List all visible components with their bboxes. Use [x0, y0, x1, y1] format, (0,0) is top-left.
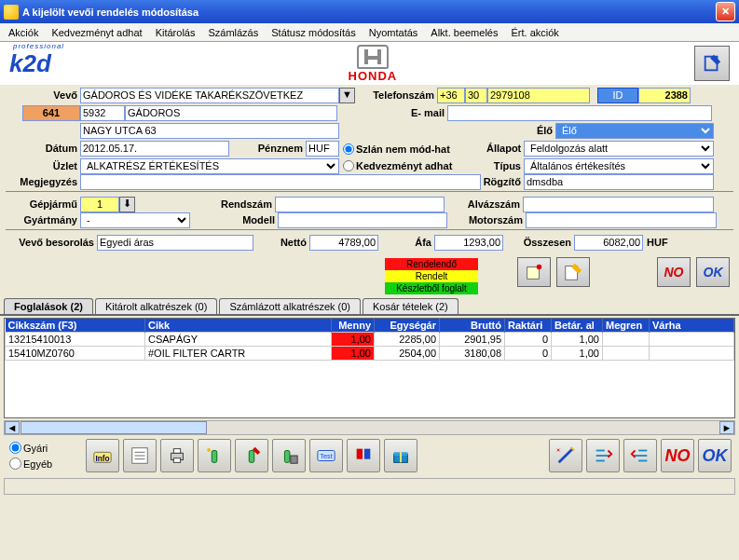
radio-gyari[interactable]: Gyári: [9, 440, 52, 456]
label-osszesen: Összesen: [503, 237, 574, 248]
menu-kedvezmeny[interactable]: Kedvezményt adhat: [45, 25, 148, 40]
email-input[interactable]: [447, 105, 712, 121]
status-legend: Rendelendő Rendelt Készletből foglalt: [385, 258, 478, 294]
gyartmany-select[interactable]: -: [80, 212, 190, 228]
vevo-lookup-button[interactable]: ▼: [339, 88, 355, 103]
col-cikk[interactable]: Cikk: [145, 319, 332, 333]
besorolas-input[interactable]: [97, 235, 253, 251]
addr-input[interactable]: [80, 123, 339, 139]
vevo-input[interactable]: [80, 88, 339, 103]
rendszam-input[interactable]: [275, 197, 445, 212]
col-brutto[interactable]: Bruttó: [440, 319, 505, 333]
attach-edit-button[interactable]: [556, 257, 590, 287]
attach-note-button[interactable]: [517, 257, 551, 287]
tab-kitarolt[interactable]: Kitárolt alkatrészek (0): [95, 298, 217, 314]
no-button[interactable]: NO: [657, 257, 691, 287]
label-elo: Élő: [522, 125, 555, 136]
col-betar[interactable]: Betár. al: [552, 319, 603, 333]
tab-szamlazott[interactable]: Számlázott alkatrészek (0): [219, 298, 361, 314]
k2d-logo: k2dprofessional: [9, 49, 51, 78]
scroll-left-icon[interactable]: ◄: [5, 421, 20, 434]
datum-input[interactable]: [80, 141, 229, 157]
osszesen-input[interactable]: [574, 235, 643, 251]
id-input[interactable]: [638, 88, 691, 103]
label-vevo: Vevő: [6, 89, 80, 101]
table-row[interactable]: 13215410013 CSAPÁGY 1,00 2285,00 2901,95…: [6, 333, 734, 347]
uzlet-select[interactable]: ALKATRÉSZ ÉRTÉKESÍTÉS: [80, 158, 339, 174]
info-button[interactable]: Info: [86, 439, 119, 472]
print-button[interactable]: [160, 439, 194, 472]
tab-kosar[interactable]: Kosár tételek (2): [363, 298, 458, 314]
parts-table[interactable]: Cikkszám (F3) Cikk Menny Egységár Bruttó…: [4, 318, 735, 418]
rogzito-input[interactable]: [524, 174, 714, 190]
allapot-select[interactable]: Feldolgozás alatt: [524, 141, 714, 157]
edit-doc-button[interactable]: [694, 46, 730, 81]
label-netto: Nettó: [253, 237, 309, 248]
svg-rect-15: [284, 451, 290, 463]
alvazszam-input[interactable]: [523, 197, 714, 212]
col-varha[interactable]: Várha: [650, 319, 734, 333]
elo-select[interactable]: Élő: [555, 123, 714, 139]
radio-szlan[interactable]: Szlán nem mód-hat: [343, 143, 486, 155]
scroll-right-icon[interactable]: ►: [719, 421, 734, 434]
menu-bar: Akciók Kedvezményt adhat Kitárolás Száml…: [0, 23, 739, 42]
menu-statusz[interactable]: Státusz módosítás: [265, 25, 363, 40]
close-button[interactable]: ✕: [716, 2, 735, 21]
indent-right-button[interactable]: [623, 439, 657, 472]
tipus-select[interactable]: Általános értékesítés: [524, 158, 714, 174]
penznem-input[interactable]: [306, 141, 339, 157]
list-button[interactable]: [123, 439, 157, 472]
gepjarmu-down-button[interactable]: ⬇: [119, 197, 135, 212]
col-menny[interactable]: Menny: [332, 319, 375, 333]
gepjarmu-input[interactable]: [80, 197, 119, 212]
label-megjegyzes: Megjegyzés: [6, 176, 80, 187]
table-row[interactable]: 15410MZ0760 #OIL FILTER CARTR 1,00 2504,…: [6, 347, 734, 361]
phone-area-input[interactable]: [465, 88, 487, 103]
col-egysegar[interactable]: Egységár: [375, 319, 440, 333]
phone-num-input[interactable]: [487, 88, 590, 103]
city-input[interactable]: [125, 105, 337, 121]
menu-ert-akciok[interactable]: Ért. akciók: [504, 25, 565, 40]
afa-input[interactable]: [434, 235, 503, 251]
menu-beemeles[interactable]: Alkt. beemelés: [424, 25, 504, 40]
ok-button[interactable]: OK: [696, 257, 730, 287]
col-megren[interactable]: Megren: [603, 319, 650, 333]
bottom-ok-button[interactable]: OK: [698, 439, 732, 472]
horizontal-scrollbar[interactable]: ◄ ►: [4, 420, 735, 435]
gift-button[interactable]: [384, 439, 417, 472]
code1-input[interactable]: [22, 105, 80, 121]
new-item-button[interactable]: [198, 439, 231, 472]
motorszam-input[interactable]: [526, 212, 717, 228]
flags-button[interactable]: [347, 439, 380, 472]
radio-kedvezmeny[interactable]: Kedvezményt adhat: [343, 160, 486, 171]
menu-akciok[interactable]: Akciók: [2, 25, 45, 40]
svg-rect-16: [291, 456, 297, 463]
phone-cc-input[interactable]: [437, 88, 465, 103]
radio-egyeb[interactable]: Egyéb: [9, 456, 52, 471]
netto-input[interactable]: [309, 235, 378, 251]
code2-input[interactable]: [80, 105, 125, 121]
wand-button[interactable]: [549, 439, 582, 472]
menu-nyomtatas[interactable]: Nyomtatás: [363, 25, 425, 40]
indent-left-button[interactable]: [586, 439, 620, 472]
svg-text:Test: Test: [320, 452, 332, 460]
col-raktari[interactable]: Raktári: [505, 319, 552, 333]
label-gepjarmu: Gépjármű: [6, 198, 80, 210]
label-allapot: Állapot: [486, 143, 524, 154]
note-pin-icon: [524, 262, 544, 282]
scroll-thumb[interactable]: [21, 421, 207, 434]
megjegyzes-input[interactable]: [80, 174, 481, 190]
test-button[interactable]: Test: [309, 439, 343, 472]
header-strip: k2dprofessional HONDA: [0, 42, 739, 85]
bottom-no-button[interactable]: NO: [661, 439, 694, 472]
menu-szamlazas[interactable]: Számlázás: [201, 25, 265, 40]
info-icon: Info: [92, 445, 113, 466]
delete-item-button[interactable]: [272, 439, 306, 472]
edit-item-button[interactable]: [235, 439, 268, 472]
menu-kitarolas[interactable]: Kitárolás: [149, 25, 202, 40]
tab-foglalasok[interactable]: Foglalások (2): [4, 298, 93, 314]
modell-input[interactable]: [278, 212, 447, 228]
col-cikkszam[interactable]: Cikkszám (F3): [6, 319, 145, 333]
title-bar: A kijelölt vevői rendelés módosítása ✕: [0, 0, 739, 23]
lines-right-icon: [630, 445, 650, 466]
